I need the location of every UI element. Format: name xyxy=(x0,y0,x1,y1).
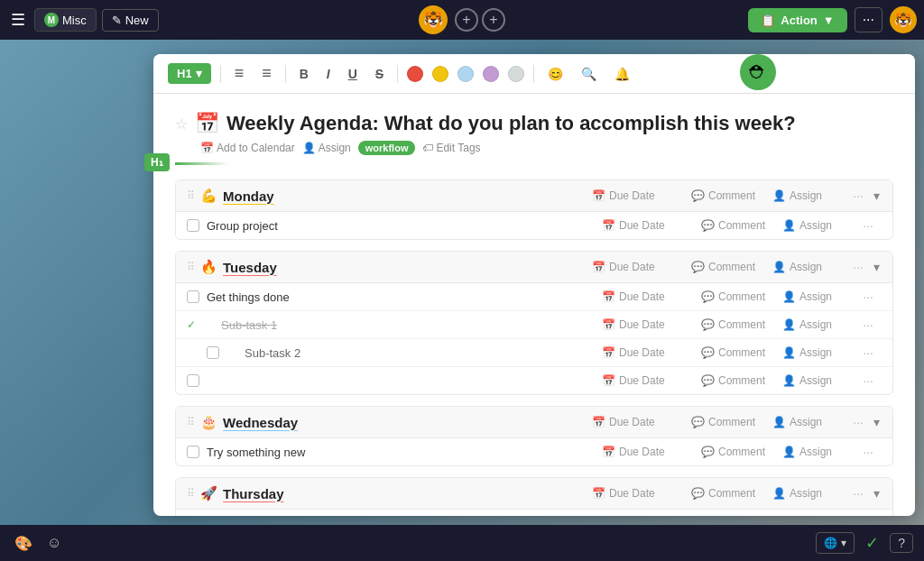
task-more[interactable]: ··· xyxy=(855,216,882,235)
color-red[interactable] xyxy=(407,66,423,82)
emoji-button[interactable]: 😊 xyxy=(543,64,568,84)
task-more[interactable]: ··· xyxy=(855,443,882,461)
meta-assign[interactable]: 👤 Assign xyxy=(302,142,351,154)
more-options-button[interactable]: ··· xyxy=(855,7,882,32)
misc-tab[interactable]: M Misc xyxy=(34,8,97,32)
task-comment[interactable]: 💬Comment xyxy=(701,318,782,331)
task-assign[interactable]: 👤Assign xyxy=(782,219,855,232)
task-due[interactable]: 📅Due Date xyxy=(602,318,701,331)
task-more[interactable]: ··· xyxy=(855,514,882,516)
task-due[interactable]: 📅Due Date xyxy=(602,374,701,387)
calendar-emoji: 📅 xyxy=(195,112,219,135)
color-purple[interactable] xyxy=(483,66,499,82)
task-more[interactable]: ··· xyxy=(855,344,882,362)
wednesday-drag-handle[interactable]: ⠿ xyxy=(187,416,195,428)
monday-drag-handle[interactable]: ⠿ xyxy=(187,189,195,202)
plus-button-1[interactable]: + xyxy=(455,8,478,32)
task-due[interactable]: 📅Due Date xyxy=(602,346,701,359)
workflow-badge[interactable]: workflow xyxy=(358,141,416,155)
task-checkbox[interactable] xyxy=(187,446,199,458)
paint-button[interactable]: 🎨 xyxy=(11,531,36,556)
action-label: Action xyxy=(781,14,817,27)
search-button[interactable]: 🔍 xyxy=(577,64,601,84)
bell-button[interactable]: 🔔 xyxy=(610,64,634,84)
task-comment[interactable]: 💬Comment xyxy=(701,446,782,458)
wednesday-emoji: 🎂 xyxy=(200,414,217,430)
task-assign[interactable]: 👤Assign xyxy=(782,318,855,331)
monday-expand[interactable]: ▾ xyxy=(872,187,882,205)
wednesday-label: Wednesday xyxy=(223,415,298,430)
lang-arrow: ▾ xyxy=(841,537,846,549)
tuesday-emoji: 🔥 xyxy=(200,259,217,275)
hamburger-button[interactable]: ☰ xyxy=(7,6,29,33)
thursday-header-more[interactable]: ··· xyxy=(845,484,872,502)
task-assign[interactable]: 👤Assign xyxy=(782,446,855,458)
new-button[interactable]: ✎ New xyxy=(102,9,159,32)
wednesday-header-more[interactable]: ··· xyxy=(845,413,872,431)
underline-button[interactable]: U xyxy=(344,64,362,84)
wednesday-expand[interactable]: ▾ xyxy=(872,413,882,431)
meta-tags[interactable]: 🏷 Edit Tags xyxy=(422,142,480,154)
task-checkbox[interactable] xyxy=(207,346,219,359)
tuesday-expand[interactable]: ▾ xyxy=(872,258,882,276)
task-checkbox[interactable] xyxy=(187,219,199,232)
thursday-header: ⠿ 🚀 Thursday 📅Due Date 💬Comment 👤Assign … xyxy=(176,478,892,510)
tuesday-header-assign[interactable]: 👤Assign xyxy=(772,261,845,273)
monday-header-assign[interactable]: 👤Assign xyxy=(772,189,845,202)
tuesday-header-due: 📅Due Date xyxy=(592,261,691,273)
strikethrough-button[interactable]: S xyxy=(371,64,388,84)
star-icon[interactable]: ☆ xyxy=(175,115,188,133)
heading-dropdown[interactable]: H1 ▾ xyxy=(168,63,211,84)
meta-calendar[interactable]: 📅 Add to Calendar xyxy=(200,142,295,154)
topbar-center: 🐯 + + xyxy=(419,5,505,34)
align-left-button[interactable]: ≡ xyxy=(230,61,249,86)
task-due[interactable]: 📅Due Date xyxy=(602,219,701,232)
misc-label: Misc xyxy=(62,14,87,27)
color-gray[interactable] xyxy=(508,66,524,82)
italic-button[interactable]: I xyxy=(322,64,335,84)
align-center-button[interactable]: ≡ xyxy=(257,61,276,86)
task-checkbox[interactable] xyxy=(187,290,199,303)
task-due[interactable]: 📅Due Date xyxy=(602,290,701,303)
task-comment[interactable]: 💬Comment xyxy=(701,374,782,387)
thursday-header-due: 📅Due Date xyxy=(592,487,691,500)
task-comment[interactable]: 💬Comment xyxy=(701,290,782,303)
bold-button[interactable]: B xyxy=(295,64,313,84)
task-assign[interactable]: 👤Assign xyxy=(782,290,855,303)
thursday-drag-handle[interactable]: ⠿ xyxy=(187,487,195,500)
tuesday-header-more[interactable]: ··· xyxy=(845,258,872,276)
task-comment[interactable]: 💬Comment xyxy=(701,346,782,359)
confirm-button[interactable]: ✓ xyxy=(862,529,882,556)
tuesday-drag-handle[interactable]: ⠿ xyxy=(187,261,195,273)
thursday-section: ⠿ 🚀 Thursday 📅Due Date 💬Comment 👤Assign … xyxy=(175,477,893,516)
task-assign[interactable]: 👤Assign xyxy=(782,374,855,387)
plus-button-2[interactable]: + xyxy=(482,8,505,32)
doc-header: ☆ 📅 Weekly Agenda: What do you plan to a… xyxy=(175,112,893,135)
thursday-expand[interactable]: ▾ xyxy=(872,484,882,502)
action-button[interactable]: 📋 Action ▼ xyxy=(748,8,846,32)
monday-header-more[interactable]: ··· xyxy=(845,187,872,205)
thursday-header-assign[interactable]: 👤Assign xyxy=(772,487,845,500)
wednesday-title: 🎂 Wednesday xyxy=(200,414,592,430)
color-yellow[interactable] xyxy=(432,66,448,82)
task-more[interactable]: ··· xyxy=(855,372,882,390)
task-more[interactable]: ··· xyxy=(855,288,882,306)
wednesday-header-assign[interactable]: 👤Assign xyxy=(772,416,845,428)
color-blue[interactable] xyxy=(457,66,474,82)
table-row: Group project 📅Due Date 💬Comment 👤Assign… xyxy=(176,212,892,239)
smiley-button[interactable]: ☺ xyxy=(43,531,65,556)
tuesday-header: ⠿ 🔥 Tuesday 📅Due Date 💬Comment 👤Assign ·… xyxy=(176,252,892,283)
helmet-badge: ⛑ xyxy=(740,54,776,90)
thursday-header-comment: 💬Comment xyxy=(691,487,772,500)
task-more[interactable]: ··· xyxy=(855,316,882,334)
tuesday-label: Tuesday xyxy=(223,260,277,275)
monday-title: 💪 Monday xyxy=(200,188,592,204)
task-comment[interactable]: 💬Comment xyxy=(701,219,782,232)
h1-arrow: ▾ xyxy=(196,67,202,80)
help-button[interactable]: ? xyxy=(890,533,913,553)
user-avatar[interactable]: 🐯 xyxy=(890,6,917,33)
language-button[interactable]: 🌐 ▾ xyxy=(816,532,855,554)
task-due[interactable]: 📅Due Date xyxy=(602,446,701,458)
task-assign[interactable]: 👤Assign xyxy=(782,346,855,359)
task-checkbox[interactable] xyxy=(187,374,199,387)
